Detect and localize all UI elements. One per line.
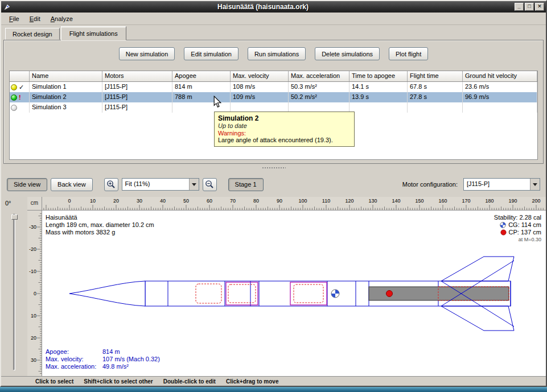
table-cell (349, 102, 408, 113)
chevron-down-icon (192, 183, 196, 186)
rocket-canvas[interactable]: Haisunäätä Length 189 cm, max. diameter … (42, 211, 546, 376)
table-cell: 109 m/s (231, 92, 289, 102)
column-header-ground-hit-velocity[interactable]: Ground hit velocity (463, 71, 537, 81)
tooltip-title: Simulation 2 (218, 114, 351, 122)
svg-text:110: 110 (322, 198, 330, 204)
menu-edit[interactable]: Edit (25, 14, 45, 24)
tab-flight-simulations[interactable]: Flight simulations (61, 26, 126, 40)
app-icon (3, 3, 11, 11)
chevron-down-icon (533, 183, 537, 186)
minimize-button[interactable]: _ (515, 3, 524, 11)
cp-value: CP: 137 cm (509, 229, 541, 236)
close-button[interactable]: ✕ (535, 3, 544, 11)
column-header-max-acceleration[interactable]: Max. acceleration (289, 71, 349, 81)
svg-text:0: 0 (34, 291, 36, 296)
svg-text:160: 160 (438, 198, 447, 204)
zoom-select[interactable]: Fit (11%) (122, 178, 199, 191)
svg-text:-20: -20 (29, 246, 36, 252)
cp-marker (386, 291, 393, 297)
motor-configuration-arrow[interactable] (530, 179, 540, 190)
motor-configuration-select[interactable]: [J115-P] (463, 178, 540, 191)
flight-info-value: 107 m/s (Mach 0.32) (102, 356, 160, 363)
table-cell: 814 m (172, 82, 231, 92)
rocket-mass: Mass with motors 3832 g (46, 229, 154, 236)
svg-text:50: 50 (183, 198, 189, 204)
mach-note: at M=0.30 (494, 236, 541, 244)
desktop-strip (0, 387, 547, 392)
vertical-ruler: -30-20-100102030 (27, 211, 42, 376)
stability-value: Stability: 2.28 cal (494, 214, 541, 221)
table-cell: [J115-P] (102, 82, 172, 92)
simulation-status-cell: ! (10, 92, 30, 102)
table-row[interactable]: !Simulation 2[J115-P]788 m109 m/s50.2 m/… (10, 92, 537, 102)
tab-bar: Rocket design Flight simulations (1, 25, 546, 40)
back-view-button[interactable]: Back view (51, 178, 93, 191)
table-cell: 27.8 s (408, 92, 463, 102)
split-divider[interactable] (1, 164, 546, 172)
window-title: Haisunäätä (haisunaata.ork) (11, 3, 515, 11)
svg-text:10: 10 (31, 313, 36, 319)
menu-file[interactable]: File (5, 14, 24, 24)
table-cell: 96.9 m/s (463, 92, 537, 102)
rotation-value: 0° (1, 197, 27, 207)
status-mark: ✓ (19, 82, 24, 92)
svg-text:90: 90 (277, 198, 282, 204)
stability-info: Stability: 2.28 cal CG: 114 cm CP: 137 c… (494, 214, 541, 244)
table-cell: 13.9 s (349, 92, 408, 102)
menu-analyze[interactable]: Analyze (46, 14, 77, 24)
column-header-flight-time[interactable]: Flight time (408, 71, 463, 81)
tooltip-status: Up to date (218, 122, 351, 129)
maximize-button[interactable]: □ (525, 3, 534, 11)
stage-1-toggle[interactable]: Stage 1 (228, 178, 264, 191)
svg-text:20: 20 (113, 198, 119, 204)
svg-text:200: 200 (532, 198, 540, 204)
svg-text:150: 150 (415, 198, 423, 204)
table-cell: 23.6 m/s (463, 82, 537, 92)
column-header-time-to-apogee[interactable]: Time to apogee (349, 71, 408, 81)
table-cell: 67.8 s (408, 82, 463, 92)
table-row[interactable]: ✓Simulation 1[J115-P]814 m108 m/s50.3 m/… (10, 82, 537, 92)
tooltip-warnings-label: Warnings: (218, 130, 351, 137)
status-ball-icon (11, 94, 17, 101)
rocket-dimensions: Length 189 cm, max. diameter 10.2 cm (46, 221, 154, 229)
rocket-name: Haisunäätä (46, 214, 154, 221)
new-simulation-button[interactable]: New simulation (119, 47, 175, 60)
column-header-apogee[interactable]: Apogee (172, 71, 231, 81)
rotation-slider[interactable] (13, 214, 15, 370)
edit-simulation-button[interactable]: Edit simulation (184, 47, 238, 60)
run-simulations-button[interactable]: Run simulations (248, 47, 306, 60)
zoom-out-button[interactable] (203, 178, 217, 191)
zoom-select-value: Fit (11%) (122, 179, 189, 190)
tab-rocket-design[interactable]: Rocket design (5, 28, 60, 40)
svg-text:140: 140 (392, 198, 400, 204)
rotation-slider-handle[interactable] (11, 214, 18, 220)
view-toolbar: Side view Back view Fit (11%) Stage 1 M (1, 172, 546, 197)
delete-simulations-button[interactable]: Delete simulations (315, 47, 380, 60)
table-cell: Simulation 2 (30, 92, 102, 102)
column-header-max-velocity[interactable]: Max. velocity (231, 71, 289, 81)
simulation-status-cell (10, 102, 30, 113)
app-window: Haisunäätä (haisunaata.ork) _ □ ✕ File E… (0, 0, 547, 387)
flight-info-label: Max. velocity: (46, 356, 102, 363)
table-cell: 50.3 m/s² (289, 82, 349, 92)
svg-text:130: 130 (368, 198, 377, 204)
plot-flight-button[interactable]: Plot flight (389, 47, 428, 60)
tooltip-warning-text: Large angle of attack encountered (19.3)… (218, 137, 351, 143)
table-cell: 14.1 s (349, 82, 408, 92)
column-header-status[interactable] (10, 71, 30, 81)
zoom-select-arrow[interactable] (189, 179, 199, 190)
svg-text:-10: -10 (29, 269, 36, 274)
column-header-name[interactable]: Name (30, 71, 102, 81)
splitter-grip[interactable] (262, 167, 286, 170)
flight-info-label: Max. acceleration: (46, 363, 102, 370)
table-cell: 108 m/s (231, 82, 289, 92)
side-view-button[interactable]: Side view (7, 178, 47, 191)
hint-bar: Click to select Shift+click to select ot… (1, 376, 546, 386)
column-header-motors[interactable]: Motors (102, 71, 172, 81)
rocket-diagram-area: 0° cm 0102030405060708090100110120130140… (1, 197, 546, 376)
titlebar[interactable]: Haisunäätä (haisunaata.ork) _ □ ✕ (1, 1, 546, 13)
table-cell: 50.2 m/s² (289, 92, 349, 102)
zoom-in-button[interactable] (104, 178, 118, 191)
horizontal-ruler: 0102030405060708090100110120130140150160… (42, 197, 546, 211)
simulation-toolbar: New simulation Edit simulation Run simul… (9, 47, 538, 60)
